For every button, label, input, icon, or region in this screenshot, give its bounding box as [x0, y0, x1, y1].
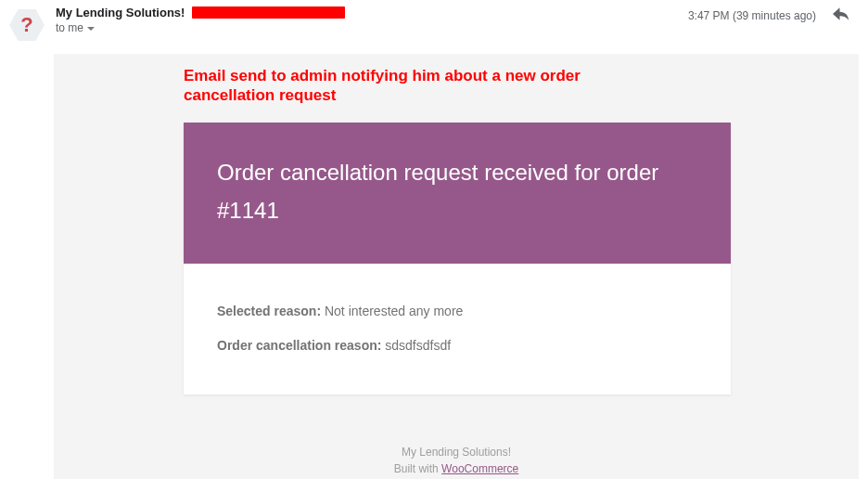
selected-reason-value: Not interested any more [321, 304, 463, 318]
cancel-reason-row: Order cancellation reason: sdsdfsdfsdf [217, 337, 697, 356]
notification-card: Order cancellation request received for … [184, 123, 731, 395]
selected-reason-row: Selected reason: Not interested any more [217, 303, 697, 321]
email-body-container: Email send to admin notifying him about … [54, 54, 859, 479]
chevron-down-icon [87, 27, 95, 31]
avatar-symbol: ? [20, 13, 32, 37]
email-footer: My Lending Solutions! Built with WooComm… [54, 444, 859, 477]
email-header: ? My Lending Solutions! to me 3:47 PM (3… [0, 0, 868, 46]
timestamp: 3:47 PM (39 minutes ago) [688, 9, 816, 22]
sender-block: My Lending Solutions! to me [56, 6, 677, 34]
sender-line: My Lending Solutions! [56, 6, 677, 19]
footer-woocommerce-link[interactable]: WooCommerce [441, 462, 518, 475]
sender-name: My Lending Solutions! [56, 6, 185, 19]
card-body: Selected reason: Not interested any more… [184, 264, 731, 395]
to-text: to me [56, 21, 83, 34]
cancel-reason-value: sdsdfsdfsdf [381, 338, 451, 353]
footer-built-prefix: Built with [394, 462, 441, 475]
footer-company: My Lending Solutions! [54, 444, 859, 460]
reply-icon[interactable] [833, 7, 849, 24]
selected-reason-label: Selected reason: [217, 304, 321, 318]
sender-avatar[interactable]: ? [9, 7, 45, 43]
cancel-reason-label: Order cancellation reason: [217, 338, 381, 353]
time-block: 3:47 PM (39 minutes ago) [688, 7, 849, 24]
redacted-email [192, 6, 345, 19]
card-title: Order cancellation request received for … [184, 123, 731, 264]
annotation-text: Email send to admin notifying him about … [184, 66, 610, 106]
footer-built-line: Built with WooCommerce [54, 460, 859, 477]
to-line[interactable]: to me [56, 21, 677, 34]
